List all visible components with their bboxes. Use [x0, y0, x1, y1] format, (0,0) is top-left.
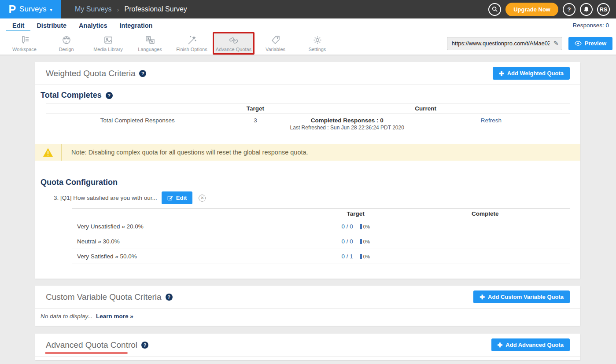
plus-icon: ✚ — [480, 294, 485, 301]
tab-analytics[interactable]: Analytics — [73, 20, 113, 31]
learn-more-link[interactable]: Learn more » — [96, 313, 133, 320]
breadcrumb-my-surveys[interactable]: My Surveys — [75, 5, 112, 13]
progress-bar — [360, 224, 362, 229]
quota-ratio-link[interactable]: 0 / 1 — [341, 253, 353, 260]
preview-button[interactable]: Preview — [568, 37, 612, 50]
option-label: Very Satisfied » 50.0% — [72, 253, 311, 260]
upgrade-now-button[interactable]: Upgrade Now — [505, 3, 558, 16]
survey-url-input[interactable] — [447, 37, 562, 50]
weighted-quota-card: Weighted Quota Criteria ? ✚ Add Weighted… — [35, 62, 580, 279]
chain-link-icon — [229, 35, 239, 45]
quota-table-header: Target Complete — [72, 208, 570, 219]
target-value: 3 — [229, 117, 282, 131]
magic-wand-icon — [187, 35, 197, 45]
note-banner: Note: Disabling complex quota for all qu… — [35, 144, 580, 161]
total-completes-row: Total Completed Responses 3 Completed Re… — [46, 114, 570, 136]
table-row: Very Satisfied » 50.0% 0 / 1 0% — [72, 249, 570, 264]
question-label: 3. [Q1] How satisfied are you with our..… — [54, 195, 157, 201]
plus-icon: ✚ — [499, 70, 504, 77]
quota-configuration-heading: Quota Configuration — [35, 172, 580, 187]
refresh-link[interactable]: Refresh — [481, 117, 502, 124]
advanced-quota-card: Advanced Quota Control ? ✚ Add Advanced … — [35, 334, 580, 360]
search-button[interactable] — [488, 3, 501, 16]
tab-integration[interactable]: Integration — [114, 20, 159, 31]
remove-quota-icon[interactable]: ✕ — [199, 195, 206, 202]
tab-distribute[interactable]: Distribute — [30, 20, 73, 31]
topbar-actions: Upgrade Now ? RS — [488, 0, 616, 18]
option-label: Neutral » 30.0% — [72, 238, 311, 245]
add-advanced-quota-button[interactable]: ✚ Add Advanced Quota — [491, 338, 570, 351]
toolbar-item-languages[interactable]: Languages — [129, 32, 171, 55]
custom-variable-title: Custom Variable Quota Criteria ? — [46, 292, 173, 302]
toolbar-item-advance-quotas[interactable]: Advance Quotas — [213, 32, 255, 55]
workspace-icon — [19, 35, 30, 45]
toolbar-item-media-library[interactable]: Media Library — [87, 32, 129, 55]
progress-percent: 0% — [363, 224, 370, 229]
option-label: Very Unsatisfied » 20.0% — [72, 223, 311, 230]
current-status: Completed Responses : 0 Last Refreshed :… — [282, 117, 413, 131]
help-icon[interactable]: ? — [166, 294, 173, 301]
custom-variable-header: Custom Variable Quota Criteria ? ✚ Add C… — [35, 286, 580, 309]
search-icon — [492, 6, 498, 12]
progress-bar — [360, 239, 362, 244]
image-icon — [103, 35, 114, 45]
note-text: Note: Disabling complex quota for all qu… — [62, 144, 308, 161]
help-icon[interactable]: ? — [139, 70, 146, 77]
add-custom-variable-quota-button[interactable]: ✚ Add Custom Variable Quota — [473, 290, 570, 303]
weighted-quota-header: Weighted Quota Criteria ? ✚ Add Weighted… — [35, 62, 580, 85]
edit-quota-button[interactable]: Edit — [162, 191, 193, 204]
edit-url-icon[interactable]: ✎ — [553, 40, 559, 47]
quota-ratio-link[interactable]: 0 / 0 — [341, 223, 353, 230]
column-complete: Complete — [400, 210, 570, 217]
help-button[interactable]: ? — [563, 3, 575, 16]
weighted-quota-title: Weighted Quota Criteria ? — [46, 69, 146, 78]
avatar[interactable]: RS — [597, 3, 610, 16]
responses-count: Responses: 0 — [572, 22, 609, 29]
red-underline-annotation — [45, 352, 128, 354]
chevron-down-icon: ▾ — [50, 7, 52, 12]
translate-icon — [145, 35, 155, 45]
toolbar-item-finish-options[interactable]: Finish Options — [171, 32, 213, 55]
completed-responses-text: Completed Responses : 0 — [282, 117, 413, 124]
notifications-button[interactable] — [580, 3, 593, 16]
toolbar-item-variables[interactable]: Variables — [255, 32, 296, 55]
custom-variable-quota-card: Custom Variable Quota Criteria ? ✚ Add C… — [35, 286, 580, 326]
edit-toolbar: Workspace Design Media Library Languages… — [0, 32, 616, 55]
empty-state: No data to display... Learn more » — [35, 309, 580, 326]
toolbar-item-workspace[interactable]: Workspace — [4, 32, 45, 55]
toolbar-item-design[interactable]: Design — [45, 32, 87, 55]
topbar: P Surveys ▾ My Surveys › Professional Su… — [0, 0, 616, 18]
palette-icon — [61, 35, 72, 45]
advanced-quota-title: Advanced Quota Control ? — [46, 340, 148, 350]
gear-icon — [312, 35, 323, 45]
product-switcher[interactable]: P Surveys ▾ — [0, 0, 61, 18]
progress-percent: 0% — [363, 254, 370, 259]
help-icon[interactable]: ? — [106, 92, 113, 99]
total-completes-heading: Total Completes ? — [35, 85, 580, 100]
quota-ratio-link[interactable]: 0 / 0 — [341, 238, 353, 245]
total-completed-label: Total Completed Responses — [46, 117, 229, 131]
breadcrumb-separator-icon: › — [117, 6, 119, 13]
help-icon[interactable]: ? — [141, 342, 148, 349]
toolbar-item-settings[interactable]: Settings — [296, 32, 338, 55]
quota-question-row: 3. [Q1] How satisfied are you with our..… — [54, 191, 580, 204]
progress-bar — [360, 254, 362, 259]
main-content: Weighted Quota Criteria ? ✚ Add Weighted… — [0, 55, 616, 360]
table-row: Neutral » 30.0% 0 / 0 0% — [72, 234, 570, 249]
product-label: Surveys — [19, 5, 46, 14]
breadcrumb: My Surveys › Professional Survey — [75, 0, 187, 18]
quota-table: Target Complete Very Unsatisfied » 20.0%… — [72, 208, 570, 264]
questionpro-logo: P — [8, 4, 16, 15]
warning-icon — [43, 147, 53, 157]
breadcrumb-current: Professional Survey — [125, 5, 187, 13]
add-weighted-quota-button[interactable]: ✚ Add Weighted Quota — [493, 67, 570, 80]
tab-edit[interactable]: Edit — [6, 20, 30, 31]
toolbar-right: ✎ Preview — [447, 32, 616, 55]
total-completes-table-header: Target Current — [46, 103, 570, 114]
progress-percent: 0% — [363, 239, 370, 244]
survey-url-wrap: ✎ — [447, 37, 562, 50]
eye-icon — [575, 41, 582, 46]
edit-icon — [167, 195, 173, 201]
column-target: Target — [229, 105, 282, 112]
total-completes-table: Target Current Total Completed Responses… — [46, 103, 570, 136]
